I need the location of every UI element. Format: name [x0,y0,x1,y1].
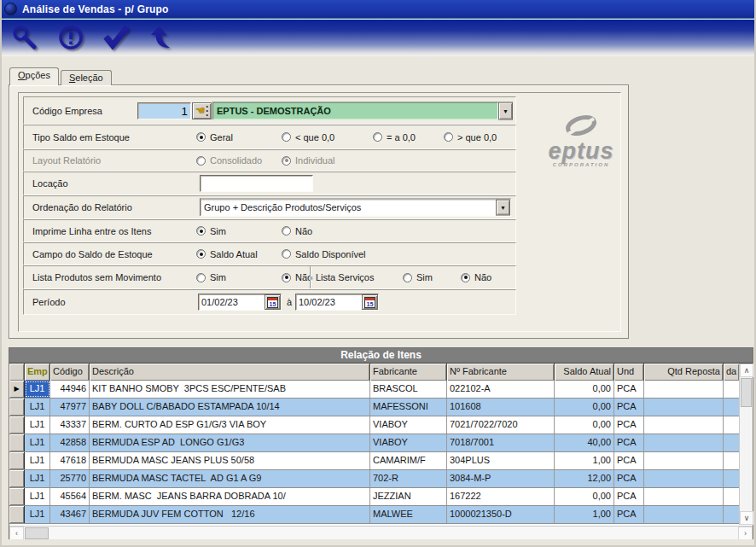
grid-cell-codigo[interactable]: 47618 [50,452,90,469]
grid-cell-da[interactable] [724,434,739,451]
grid-cell-descricao[interactable]: BERMUDA MASC TACTEL AD G1 A G9 [90,470,370,487]
grid-cell-qtd_reposta[interactable] [644,381,724,398]
grid-cell-codigo[interactable]: 45564 [50,488,90,505]
grid-cell-emp[interactable]: LJ1 [25,434,50,451]
grid-cell-emp[interactable]: LJ1 [25,506,50,523]
grid-cell-descricao[interactable]: KIT BANHO SMOBY 3PCS ESC/PENTE/SAB [90,381,370,398]
grid-cell-descricao[interactable]: BERMUDA JUV FEM COTTON 12/16 [90,506,370,523]
calendar-to-button[interactable]: 15 [362,294,378,310]
horizontal-scroll-thumb[interactable] [25,527,49,539]
grid-cell-da[interactable] [724,399,739,416]
grid-cell-qtd_reposta[interactable] [644,452,724,469]
radio-imprime-nao[interactable]: Não [282,226,312,236]
grid-cell-fabricante[interactable]: VIABOY [370,416,447,434]
grid-cell-descricao[interactable]: BERMUDA MASC JEANS PLUS 50/58 [90,452,370,469]
column-header-codigo[interactable]: Código [50,364,90,381]
warning-button[interactable] [55,23,87,52]
radio-maior-que[interactable]: > que 0,0 [444,132,497,143]
grid-cell-und[interactable]: PCA [614,434,644,451]
grid-cell-descricao[interactable]: BERM. MASC JEANS BARRA DOBRADA 10/ [90,488,370,505]
vertical-scrollbar[interactable]: ∧ ∨ [739,364,753,525]
column-header-emp[interactable]: Emp [25,364,50,381]
date-from-field[interactable]: 01/02/23 15 [198,294,282,311]
column-header-da[interactable]: da [724,364,739,381]
grid-cell-codigo[interactable]: 25770 [50,470,90,487]
grid-cell-emp[interactable]: LJ1 [25,399,50,416]
grid-cell-n_fabricante[interactable]: 167222 [447,488,555,505]
grid-cell-emp[interactable]: LJ1 [25,488,50,505]
grid-cell-da[interactable] [724,488,739,505]
grid-cell-qtd_reposta[interactable] [644,399,724,416]
column-header-n-fabricante[interactable]: Nº Fabricante [447,364,555,381]
grid-cell-da[interactable] [724,506,739,523]
table-row[interactable]: LJ143467BERMUDA JUV FEM COTTON 12/16MALW… [9,506,753,524]
column-header-descricao[interactable]: Descrição [90,364,370,381]
grid-cell-und[interactable]: PCA [614,399,644,416]
row-gutter[interactable] [9,470,25,487]
horizontal-scrollbar[interactable]: ‹ › [9,526,753,540]
confirm-button[interactable] [101,23,133,52]
radio-saldo-disponivel[interactable]: Saldo Disponível [282,249,366,259]
scroll-right-icon[interactable]: › [738,527,753,540]
search-button[interactable] [9,23,41,52]
tab-selecao[interactable]: Seleção [61,70,112,85]
grid-cell-fabricante[interactable]: JEZZIAN [370,488,447,505]
grid-cell-da[interactable] [724,470,739,487]
radio-lista-servicos-sim[interactable]: Sim [403,272,433,282]
grid-cell-saldo_atual[interactable]: 0,00 [555,381,614,398]
grid-cell-codigo[interactable]: 42858 [50,434,90,451]
grid-cell-codigo[interactable]: 44946 [50,381,90,398]
company-code-input[interactable] [137,102,191,119]
grid-cell-und[interactable]: PCA [614,488,644,505]
grid-cell-da[interactable] [724,381,739,398]
grid-cell-qtd_reposta[interactable] [644,506,724,523]
vertical-scroll-thumb[interactable] [741,378,752,407]
grid-cell-descricao[interactable]: BERMUDA ESP AD LONGO G1/G3 [90,434,370,451]
grid-cell-descricao[interactable]: BERM. CURTO AD ESP G1/G/3 VIA BOY [90,416,370,434]
grid-cell-n_fabricante[interactable]: 7018/7001 [447,434,555,451]
table-row[interactable]: LJ147977BABY DOLL C/BABADO ESTAMPADA 10/… [9,399,753,416]
current-row-indicator[interactable]: ▶ [9,381,25,398]
column-header-fabricante[interactable]: Fabricante [370,364,447,381]
row-gutter[interactable] [9,399,25,416]
row-gutter[interactable] [9,506,25,523]
grid-cell-und[interactable]: PCA [614,452,644,469]
grid-cell-fabricante[interactable]: 702-R [370,470,447,487]
table-row[interactable]: LJ145564BERM. MASC JEANS BARRA DOBRADA 1… [9,488,753,506]
radio-imprime-sim[interactable]: Sim [196,226,226,236]
radio-lista-produtos-nao[interactable]: Não [282,272,312,282]
grid-cell-und[interactable]: PCA [614,381,644,398]
radio-lista-produtos-sim[interactable]: Sim [196,272,226,282]
radio-saldo-atual[interactable]: Saldo Atual [196,249,258,259]
column-header-saldo-atual[interactable]: Saldo Atual [555,364,614,381]
column-header-und[interactable]: Und [614,364,644,381]
table-row[interactable]: LJ143337BERM. CURTO AD ESP G1/G/3 VIA BO… [9,416,753,434]
grid-cell-codigo[interactable]: 47977 [50,399,90,416]
grid-cell-qtd_reposta[interactable] [644,416,724,434]
grid-cell-saldo_atual[interactable]: 1,00 [555,506,614,523]
company-combobox[interactable]: EPTUS - DEMOSTRAÇÃO ▼ [212,102,513,119]
grid-cell-n_fabricante[interactable]: 304PLUS [447,452,555,469]
table-row[interactable]: LJ125770BERMUDA MASC TACTEL AD G1 A G970… [9,470,753,488]
tab-opcoes[interactable]: Opções [9,67,59,85]
table-row[interactable]: LJ142858BERMUDA ESP AD LONGO G1/G3VIABOY… [9,434,753,452]
grid-cell-n_fabricante[interactable]: 022102-A [447,381,555,398]
table-row[interactable]: ▶LJ144946KIT BANHO SMOBY 3PCS ESC/PENTE/… [9,381,753,399]
scroll-down-icon[interactable]: ∨ [740,511,753,525]
return-button[interactable] [147,23,179,52]
grid-cell-qtd_reposta[interactable] [644,470,724,487]
chevron-down-icon[interactable]: ▼ [498,102,513,119]
grid-cell-da[interactable] [724,416,739,434]
radio-geral[interactable]: Geral [196,132,233,143]
table-row[interactable]: LJ147618BERMUDA MASC JEANS PLUS 50/58CAM… [9,452,753,470]
company-lookup-button[interactable]: ☚••• [192,102,212,119]
row-gutter[interactable] [9,434,25,451]
row-gutter[interactable] [9,416,25,434]
grid-cell-und[interactable]: PCA [614,416,644,434]
grid-cell-n_fabricante[interactable]: 101608 [447,399,555,416]
calendar-from-button[interactable]: 15 [265,294,281,310]
grid-cell-codigo[interactable]: 43337 [50,416,90,434]
column-header-qtd-reposta[interactable]: Qtd Reposta [644,364,724,381]
grid-cell-emp[interactable]: LJ1 [25,416,50,434]
grid-cell-fabricante[interactable]: CAMARIM/F [370,452,447,469]
